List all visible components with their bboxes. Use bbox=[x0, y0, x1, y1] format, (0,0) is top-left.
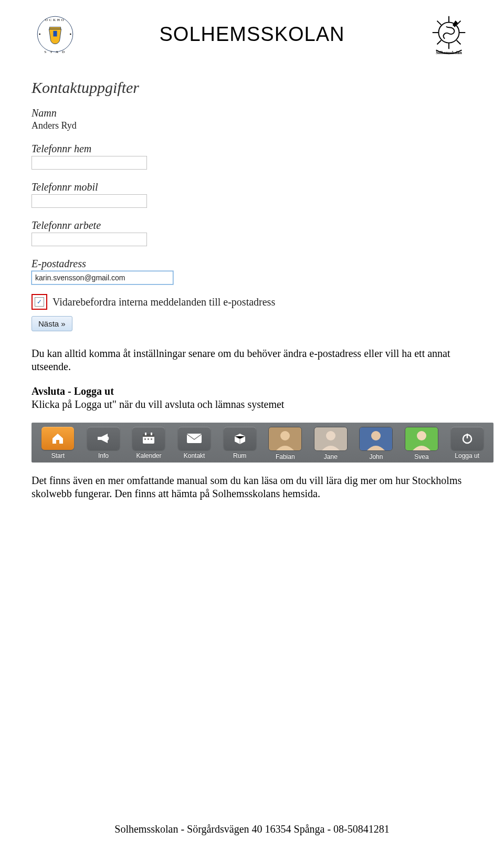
page-footer: Solhemsskolan - Sörgårdsvägen 40 16354 S… bbox=[0, 823, 504, 835]
phone-home-field: Telefonnr hem bbox=[32, 143, 472, 170]
phone-home-label: Telefonnr hem bbox=[32, 143, 472, 155]
avatar1-avatar bbox=[268, 427, 302, 451]
paragraph-settings-note: Du kan alltid komma åt inställningar sen… bbox=[32, 347, 472, 373]
contact-form: Kontaktuppgifter Namn Anders Ryd Telefon… bbox=[32, 79, 472, 331]
toolbar-label: Kontakt bbox=[184, 452, 205, 459]
forward-checkbox[interactable]: ✓ bbox=[35, 297, 44, 307]
toolbar-label: John bbox=[369, 453, 383, 460]
avatar2-avatar bbox=[314, 427, 348, 451]
phone-work-field: Telefonnr arbete bbox=[32, 219, 472, 246]
toolbar-label: Jane bbox=[324, 453, 338, 460]
solhemsskolan-logo: Solhemsskolan bbox=[425, 10, 472, 58]
page-header: OCKHO S T A D SOLHEMSSKOLAN bbox=[32, 10, 472, 58]
toolbar-item-info[interactable]: Info bbox=[82, 427, 125, 460]
phone-work-label: Telefonnr arbete bbox=[32, 219, 472, 232]
svg-rect-22 bbox=[151, 438, 152, 440]
svg-point-29 bbox=[371, 431, 381, 440]
svg-rect-17 bbox=[143, 434, 154, 437]
toolbar-item-logga-ut[interactable]: Logga ut bbox=[446, 427, 488, 460]
page-title: SOLHEMSSKOLAN bbox=[79, 23, 425, 46]
toolbar-item-fabian[interactable]: Fabian bbox=[264, 427, 307, 460]
svg-point-5 bbox=[70, 34, 71, 35]
toolbar-label: Kalender bbox=[136, 452, 161, 459]
svg-text:OCKHO: OCKHO bbox=[45, 18, 66, 22]
svg-rect-1 bbox=[53, 31, 57, 37]
forward-checkbox-label: Vidarebefordra interna meddelanden till … bbox=[52, 296, 275, 308]
toolbar-item-kontakt[interactable]: Kontakt bbox=[173, 427, 216, 460]
email-field-group: E-postadress bbox=[32, 258, 472, 285]
svg-rect-23 bbox=[187, 434, 202, 443]
toolbar-label: Logga ut bbox=[455, 452, 479, 459]
section-logout-text: Klicka på Logga ut" när du vill avsluta … bbox=[32, 398, 284, 410]
svg-rect-20 bbox=[144, 438, 146, 440]
calendar-icon bbox=[132, 427, 165, 450]
phone-mobile-input[interactable] bbox=[32, 194, 147, 208]
toolbar-item-start[interactable]: Start bbox=[37, 427, 79, 460]
toolbar-label: Start bbox=[51, 452, 65, 459]
toolbar-item-john[interactable]: John bbox=[355, 427, 397, 460]
avatar3-avatar bbox=[359, 427, 393, 451]
email-input[interactable] bbox=[32, 271, 173, 285]
name-field: Namn Anders Ryd bbox=[32, 107, 472, 131]
svg-rect-19 bbox=[151, 433, 152, 435]
toolbar-item-jane[interactable]: Jane bbox=[310, 427, 352, 460]
toolbar-item-svea[interactable]: Svea bbox=[401, 427, 443, 460]
svg-point-25 bbox=[280, 431, 290, 440]
svg-line-12 bbox=[457, 40, 461, 45]
forward-checkbox-highlight: ✓ bbox=[32, 294, 47, 310]
app-toolbar: StartInfoKalenderKontaktRumFabianJaneJoh… bbox=[32, 423, 494, 463]
stockholm-stad-logo: OCKHO S T A D bbox=[32, 10, 79, 58]
svg-line-11 bbox=[437, 21, 442, 25]
toolbar-label: Svea bbox=[414, 453, 428, 460]
svg-text:S T A D: S T A D bbox=[44, 50, 66, 54]
name-label: Namn bbox=[32, 107, 472, 119]
section-logout-heading: Avsluta - Logga ut bbox=[32, 385, 114, 397]
name-value: Anders Ryd bbox=[32, 120, 77, 131]
toolbar-item-kalender[interactable]: Kalender bbox=[128, 427, 170, 460]
svg-point-31 bbox=[417, 431, 426, 440]
forward-emails-row: ✓ Vidarebefordra interna meddelanden til… bbox=[32, 294, 472, 310]
svg-point-27 bbox=[326, 431, 335, 440]
phone-mobile-field: Telefonnr mobil bbox=[32, 181, 472, 208]
svg-point-4 bbox=[39, 34, 40, 35]
toolbar-label: Fabian bbox=[276, 453, 295, 460]
toolbar-label: Rum bbox=[233, 452, 246, 459]
paragraph-manual-note: Det finns även en mer omfattande manual … bbox=[32, 474, 472, 500]
svg-text:Solhemsskolan: Solhemsskolan bbox=[436, 50, 462, 55]
phone-work-input[interactable] bbox=[32, 233, 147, 246]
svg-line-14 bbox=[437, 40, 442, 45]
mail-icon bbox=[178, 427, 211, 450]
phone-mobile-label: Telefonnr mobil bbox=[32, 181, 472, 193]
avatar4-avatar bbox=[405, 427, 438, 451]
svg-rect-21 bbox=[148, 438, 149, 440]
contact-form-title: Kontaktuppgifter bbox=[32, 79, 472, 97]
toolbar-label: Info bbox=[98, 452, 109, 459]
email-label: E-postadress bbox=[32, 258, 472, 270]
next-button[interactable]: Nästa » bbox=[32, 316, 72, 331]
section-logout: Avsluta - Logga ut Klicka på Logga ut" n… bbox=[32, 385, 472, 411]
megaphone-icon bbox=[87, 427, 120, 450]
toolbar-item-rum[interactable]: Rum bbox=[218, 427, 261, 460]
phone-home-input[interactable] bbox=[32, 156, 147, 170]
power-icon bbox=[451, 427, 484, 450]
box-icon bbox=[224, 427, 256, 450]
home-icon bbox=[41, 427, 74, 450]
svg-rect-18 bbox=[145, 433, 146, 435]
